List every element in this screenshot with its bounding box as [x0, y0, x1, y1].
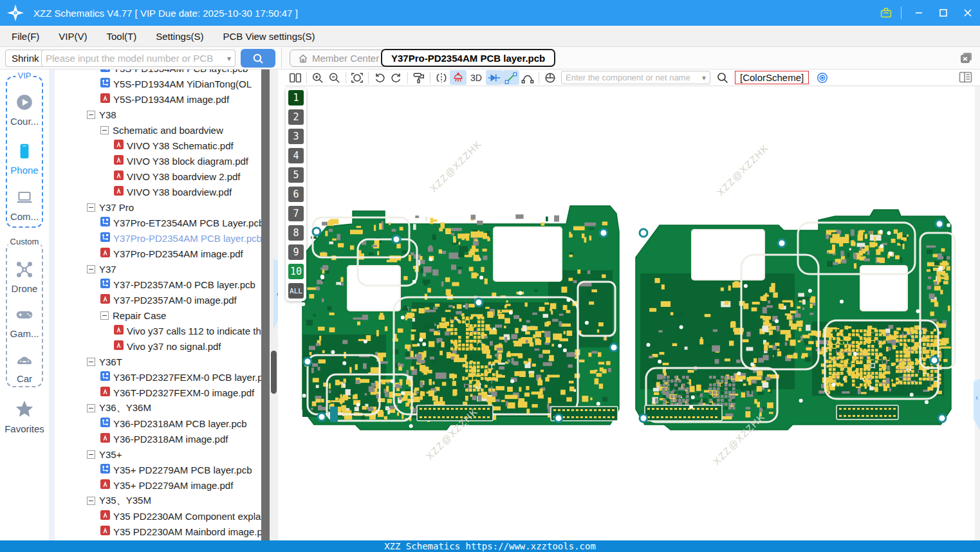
tree-item[interactable]: Y35+ PD2279AM PCB layer.pcb	[55, 462, 261, 477]
tree-expander-icon[interactable]	[100, 311, 109, 320]
tree-item[interactable]: Y5S-PD1934AM YiDianTong(OL	[55, 76, 261, 91]
tree-expander-icon[interactable]	[87, 203, 95, 212]
close-button[interactable]	[956, 0, 980, 26]
side-panel-icon[interactable]	[959, 71, 972, 86]
zoom-in-icon[interactable]	[310, 70, 326, 85]
zoom-out-icon[interactable]	[326, 70, 343, 85]
paint-roller-icon[interactable]	[411, 70, 427, 85]
sidebar-item-drone[interactable]: Drone	[7, 260, 42, 294]
rotate-right-icon[interactable]	[388, 70, 405, 85]
menu-item-pcb-view-settings-s-[interactable]: PCB View settings(S)	[223, 31, 315, 42]
tree-item[interactable]: Y37Pro-ET2354AM PCB Layer.pcb	[55, 215, 261, 230]
tree-item[interactable]: Y5S-PD1934AM image.pdf	[55, 91, 261, 107]
model-search-button[interactable]	[241, 49, 275, 68]
curve-icon[interactable]	[519, 70, 536, 85]
tree-item[interactable]: Y35、Y35M	[55, 493, 261, 508]
tree-item[interactable]: Vivo y37 calls 112 to indicate th	[55, 323, 261, 338]
tree-expander-icon[interactable]	[87, 358, 95, 366]
briefcase-icon[interactable]	[876, 0, 896, 26]
tree-item[interactable]: Y36T-PD2327FEXM-0 PCB layer.pcb	[55, 369, 261, 385]
layer-button-7[interactable]: 7	[288, 206, 304, 221]
member-center-button[interactable]: Member Center	[290, 50, 387, 67]
layer-button-9[interactable]: 9	[288, 244, 304, 260]
layer-button-10[interactable]: 10	[288, 264, 304, 279]
tree-item[interactable]: Y36T-PD2327FEXM-0 image.pdf	[55, 385, 261, 400]
sidebar-item-com[interactable]: Com...	[7, 188, 42, 222]
tree-expander-icon[interactable]	[87, 450, 95, 459]
tree-item[interactable]: Y5S-PD1934AM PCB layer.pcb	[55, 69, 261, 76]
mirror-flip-icon[interactable]	[433, 70, 450, 85]
tree-scrollbar-thumb[interactable]	[271, 351, 277, 394]
tree-expander-icon[interactable]	[100, 126, 109, 134]
tree-item[interactable]: Vivo y37 no signal.pdf	[55, 338, 261, 354]
split-view-icon[interactable]	[287, 70, 304, 85]
tree-item[interactable]: Y36、Y36M	[55, 400, 261, 416]
layer-button-3[interactable]: 3	[288, 129, 304, 144]
tree-item[interactable]: Y36-PD2318AM image.pdf	[55, 431, 261, 446]
tree-item[interactable]: Y35 PD2230AM Mainbord image.p	[55, 524, 261, 539]
rotate-left-icon[interactable]	[371, 70, 388, 85]
sidebar-item-car[interactable]: Car	[7, 350, 42, 384]
layer-button-all[interactable]: ALL	[288, 283, 304, 299]
tree-item[interactable]: VIVO Y38 boardview 2.pdf	[55, 169, 261, 184]
tree-splitter[interactable]	[261, 69, 270, 540]
tree-item[interactable]: Y35+	[55, 446, 261, 462]
menu-item-file-f-[interactable]: File(F)	[12, 31, 39, 42]
layer-button-2[interactable]: 2	[288, 109, 304, 125]
layer-button-6[interactable]: 6	[288, 187, 304, 202]
three-d-button[interactable]: 3D	[467, 70, 486, 85]
tree-item[interactable]: VIVO Y38 boardview.pdf	[55, 184, 261, 199]
minimize-button[interactable]	[907, 0, 931, 26]
net-search-input[interactable]	[566, 73, 699, 82]
tree-expander-icon[interactable]	[87, 111, 95, 119]
layer-button-5[interactable]: 5	[288, 167, 304, 183]
menu-item-settings-s-[interactable]: Settings(S)	[156, 31, 203, 42]
layer-button-8[interactable]: 8	[288, 225, 304, 241]
tree-item[interactable]: Y36-PD2318AM PCB layer.pcb	[55, 416, 261, 431]
measure-icon[interactable]	[503, 70, 519, 85]
sidebar-item-phone[interactable]: Phone	[7, 142, 42, 176]
active-file-tab[interactable]: Y37Pro-PD2354AM PCB layer.pcb	[381, 49, 555, 67]
diode-icon[interactable]	[486, 70, 503, 85]
tree-expander-icon[interactable]	[87, 265, 95, 273]
sidebar-item-cour[interactable]: Cour...	[7, 93, 42, 127]
eye-icon[interactable]	[814, 70, 831, 85]
net-search-combo[interactable]: ▾	[561, 71, 710, 84]
tree-item[interactable]: VIVO Y38 block diagram.pdf	[55, 153, 261, 169]
sidebar-item-gam[interactable]: Gam...	[7, 305, 42, 339]
tree-item[interactable]: VIVO Y38 Schematic.pdf	[55, 138, 261, 153]
menu-item-tool-t-[interactable]: Tool(T)	[107, 31, 137, 42]
lamp-icon[interactable]	[450, 70, 467, 85]
tree-item[interactable]: Y36T	[55, 354, 261, 369]
model-search-combo[interactable]: ▾	[41, 50, 236, 67]
tree-item[interactable]: Y37	[55, 261, 261, 277]
fit-screen-icon[interactable]	[349, 70, 365, 85]
model-search-input[interactable]	[46, 53, 225, 64]
tree-item[interactable]: Repair Case	[55, 308, 261, 323]
layer-button-1[interactable]: 1	[288, 90, 304, 106]
chevron-down-icon[interactable]: ▾	[702, 73, 706, 82]
menu-item-vip-v-[interactable]: VIP(V)	[59, 31, 87, 42]
shrink-button[interactable]: Shrink	[5, 50, 46, 67]
maximize-button[interactable]	[931, 0, 956, 26]
chevron-down-icon[interactable]: ▾	[227, 54, 231, 63]
tree-item[interactable]: Y35 PD2230AM Component explai	[55, 508, 261, 524]
net-search-icon[interactable]	[714, 70, 731, 85]
toolbar-separator	[430, 72, 430, 84]
pcb-canvas[interactable]: XZZ@XZZHKXZZ@XZZHKXZZ@XZZHKXZZ@XZZHK 123…	[278, 86, 980, 540]
tree-item[interactable]: Y37 Pro	[55, 199, 261, 215]
tree-item[interactable]: Y38	[55, 107, 261, 122]
layer-button-4[interactable]: 4	[288, 148, 304, 163]
tree-item[interactable]: Y37Pro-PD2354AM image.pdf	[55, 246, 261, 261]
tree-item[interactable]: Y37Pro-PD2354AM PCB layer.pcb	[55, 230, 261, 246]
tree-item[interactable]: Y37-PD2357AM-0 PCB layer.pcb	[55, 277, 261, 292]
close-document-icon[interactable]	[959, 52, 974, 65]
tree-item[interactable]: Y35+ PD2279AM image.pdf	[55, 477, 261, 493]
tree-item[interactable]: Y37-PD2357AM-0 image.pdf	[55, 292, 261, 308]
tree-item[interactable]: Schematic and boardview	[55, 122, 261, 138]
tree-expander-icon[interactable]	[87, 497, 95, 505]
tree-expander-icon[interactable]	[87, 404, 95, 412]
mouse-icon[interactable]	[542, 70, 559, 85]
sidebar-item-favorites[interactable]: Favorites	[0, 399, 49, 434]
colorscheme-button[interactable]: [ColorScheme]	[735, 71, 809, 84]
